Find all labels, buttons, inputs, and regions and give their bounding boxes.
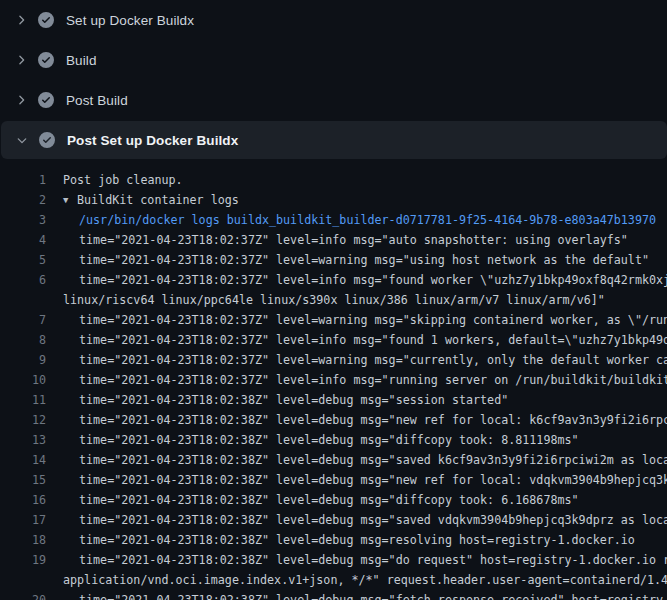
log-text: time="2021-04-23T18:02:37Z" level=info m… xyxy=(46,330,667,350)
check-circle-icon xyxy=(39,132,55,148)
step-label: Post Set up Docker Buildx xyxy=(67,133,238,148)
log-line-20: 20time="2021-04-23T18:02:38Z" level=debu… xyxy=(0,590,667,600)
log-line-6: 6time="2021-04-23T18:02:37Z" level=info … xyxy=(0,270,667,290)
log-line-13: 13time="2021-04-23T18:02:38Z" level=debu… xyxy=(0,430,667,450)
step-header-post-build[interactable]: Post Build xyxy=(0,80,667,120)
line-number[interactable]: 2 xyxy=(0,190,46,210)
log-text: time="2021-04-23T18:02:38Z" level=debug … xyxy=(46,490,579,510)
log-line-4: 4time="2021-04-23T18:02:37Z" level=info … xyxy=(0,230,667,250)
log-text: time="2021-04-23T18:02:38Z" level=debug … xyxy=(46,530,635,550)
log-line-8: 8time="2021-04-23T18:02:37Z" level=info … xyxy=(0,330,667,350)
log-group-toggle[interactable]: ▼BuildKit container logs xyxy=(46,190,239,210)
log-line-continuation: application/vnd.oci.image.index.v1+json,… xyxy=(0,570,667,590)
log-text: time="2021-04-23T18:02:38Z" level=debug … xyxy=(46,510,667,530)
log-line-1: 1Post job cleanup. xyxy=(0,170,667,190)
log-text: time="2021-04-23T18:02:37Z" level=warnin… xyxy=(46,250,649,270)
step-header-post-set-up-docker-buildx[interactable]: Post Set up Docker Buildx xyxy=(1,121,667,159)
line-number[interactable]: 5 xyxy=(0,250,46,270)
line-number[interactable]: 1 xyxy=(0,170,46,190)
step-header-set-up-docker-buildx[interactable]: Set up Docker Buildx xyxy=(0,0,667,40)
line-number[interactable]: 15 xyxy=(0,470,46,490)
log-text: time="2021-04-23T18:02:37Z" level=info m… xyxy=(46,270,667,290)
triangle-down-icon: ▼ xyxy=(63,190,77,210)
log-line-9: 9time="2021-04-23T18:02:37Z" level=warni… xyxy=(0,350,667,370)
line-number[interactable]: 9 xyxy=(0,350,46,370)
log-line-7: 7time="2021-04-23T18:02:37Z" level=warni… xyxy=(0,310,667,330)
line-number[interactable]: 3 xyxy=(0,210,46,230)
log-text: Post job cleanup. xyxy=(46,170,183,190)
log-line-10: 10time="2021-04-23T18:02:37Z" level=info… xyxy=(0,370,667,390)
log-text: application/vnd.oci.image.index.v1+json,… xyxy=(46,570,667,590)
job-steps-list: Set up Docker BuildxBuildPost BuildPost … xyxy=(0,0,667,159)
line-number[interactable]: 17 xyxy=(0,510,46,530)
log-text: linux/riscv64 linux/ppc64le linux/s390x … xyxy=(46,290,605,310)
line-number[interactable]: 19 xyxy=(0,550,46,570)
log-line-12: 12time="2021-04-23T18:02:38Z" level=debu… xyxy=(0,410,667,430)
chevron-right-icon xyxy=(13,92,29,108)
line-number[interactable]: 10 xyxy=(0,370,46,390)
check-circle-icon xyxy=(38,92,54,108)
log-command-text: /usr/bin/docker logs buildx_buildkit_bui… xyxy=(46,210,656,230)
log-line-continuation: linux/riscv64 linux/ppc64le linux/s390x … xyxy=(0,290,667,310)
check-circle-icon xyxy=(38,12,54,28)
log-text: time="2021-04-23T18:02:37Z" level=warnin… xyxy=(46,350,667,370)
step-label: Build xyxy=(66,53,97,68)
log-text: time="2021-04-23T18:02:37Z" level=info m… xyxy=(46,370,667,390)
line-number[interactable]: 20 xyxy=(0,590,46,600)
log-line-2: 2▼BuildKit container logs xyxy=(0,190,667,210)
log-text: time="2021-04-23T18:02:38Z" level=debug … xyxy=(46,470,667,490)
line-number[interactable]: 12 xyxy=(0,410,46,430)
log-text: time="2021-04-23T18:02:38Z" level=debug … xyxy=(46,410,667,430)
log-text: time="2021-04-23T18:02:37Z" level=info m… xyxy=(46,230,628,250)
line-number xyxy=(0,570,46,590)
line-number xyxy=(0,290,46,310)
log-line-11: 11time="2021-04-23T18:02:38Z" level=debu… xyxy=(0,390,667,410)
log-text: time="2021-04-23T18:02:38Z" level=debug … xyxy=(46,590,667,600)
line-number[interactable]: 8 xyxy=(0,330,46,350)
line-number[interactable]: 7 xyxy=(0,310,46,330)
log-viewer: 1Post job cleanup.2▼BuildKit container l… xyxy=(0,170,667,600)
log-text: time="2021-04-23T18:02:38Z" level=debug … xyxy=(46,450,667,470)
log-text: time="2021-04-23T18:02:37Z" level=warnin… xyxy=(46,310,667,330)
log-text: time="2021-04-23T18:02:38Z" level=debug … xyxy=(46,390,508,410)
log-line-16: 16time="2021-04-23T18:02:38Z" level=debu… xyxy=(0,490,667,510)
check-circle-icon xyxy=(38,52,54,68)
log-line-15: 15time="2021-04-23T18:02:38Z" level=debu… xyxy=(0,470,667,490)
log-line-19: 19time="2021-04-23T18:02:38Z" level=debu… xyxy=(0,550,667,570)
log-line-3: 3/usr/bin/docker logs buildx_buildkit_bu… xyxy=(0,210,667,230)
chevron-right-icon xyxy=(13,12,29,28)
step-label: Post Build xyxy=(66,93,128,108)
log-line-14: 14time="2021-04-23T18:02:38Z" level=debu… xyxy=(0,450,667,470)
step-header-build[interactable]: Build xyxy=(0,40,667,80)
chevron-down-icon xyxy=(14,132,30,148)
log-group-label: BuildKit container logs xyxy=(77,193,239,207)
log-line-5: 5time="2021-04-23T18:02:37Z" level=warni… xyxy=(0,250,667,270)
log-text: time="2021-04-23T18:02:38Z" level=debug … xyxy=(46,550,667,570)
log-line-17: 17time="2021-04-23T18:02:38Z" level=debu… xyxy=(0,510,667,530)
log-text: time="2021-04-23T18:02:38Z" level=debug … xyxy=(46,430,579,450)
chevron-right-icon xyxy=(13,52,29,68)
line-number[interactable]: 11 xyxy=(0,390,46,410)
line-number[interactable]: 18 xyxy=(0,530,46,550)
line-number[interactable]: 6 xyxy=(0,270,46,290)
line-number[interactable]: 13 xyxy=(0,430,46,450)
line-number[interactable]: 4 xyxy=(0,230,46,250)
log-line-18: 18time="2021-04-23T18:02:38Z" level=debu… xyxy=(0,530,667,550)
line-number[interactable]: 16 xyxy=(0,490,46,510)
line-number[interactable]: 14 xyxy=(0,450,46,470)
step-label: Set up Docker Buildx xyxy=(66,13,194,28)
